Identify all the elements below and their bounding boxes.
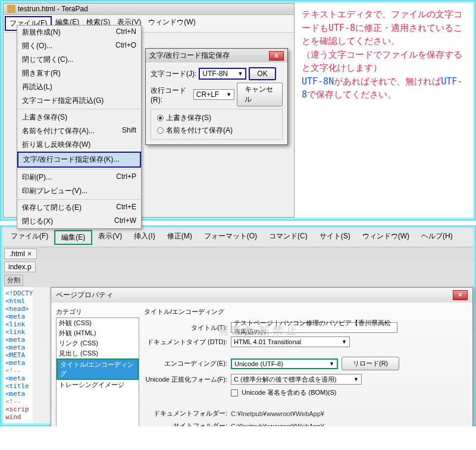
- window-title: testrun.html - TeraPad: [18, 5, 88, 13]
- title-label: タイトル(T):: [144, 323, 227, 332]
- dw-menu-item[interactable]: ヘルプ(H): [415, 230, 459, 245]
- pp-title-text: ページプロパティ: [56, 290, 113, 300]
- dialog-titlebar: 文字/改行コード指定保存 ×: [146, 49, 287, 62]
- dw-menu-item[interactable]: サイト(S): [314, 230, 356, 245]
- menu-item[interactable]: 折り返し反映保存(W): [17, 138, 141, 152]
- dtd-label: ドキュメントタイプ (DTD):: [144, 338, 227, 347]
- pp-section-title: タイトル/エンコーディング: [144, 307, 468, 316]
- title-input[interactable]: テストページ｜パソコン修理のパソピア【香川県高松市周辺のお: [231, 322, 397, 333]
- charcode-value: UTF-8N: [202, 70, 228, 78]
- menu-item[interactable]: 閉じて開く(C)...: [17, 53, 141, 67]
- category-item[interactable]: 外観 (CSS): [57, 318, 139, 328]
- close-icon[interactable]: ×: [269, 51, 284, 61]
- menu-item[interactable]: 開き直す(R): [17, 67, 141, 80]
- category-list: 外観 (CSS)外観 (HTML)リンク (CSS)見出し (CSS)タイトル/…: [56, 317, 139, 426]
- tab-html[interactable]: .html ×: [4, 248, 37, 259]
- norm-label: Unicode 正規化フォーム(F):: [144, 375, 227, 384]
- menu-item[interactable]: 新規作成(N)Ctrl+N: [17, 26, 141, 39]
- newline-label: 改行コード(R):: [151, 86, 191, 104]
- split-button[interactable]: 分割: [4, 275, 23, 286]
- docfolder-value: C:¥Inetpub¥wwwroot¥WebApp¥: [231, 410, 324, 417]
- bom-label: Unicode 署名を含める (BOM)(S): [242, 388, 337, 397]
- charcode-select[interactable]: UTF-8N ▼: [199, 68, 246, 80]
- dw-menu-item[interactable]: 編集(E): [54, 230, 92, 245]
- encoding-select[interactable]: Unicode (UTF-8) ▼: [231, 358, 338, 369]
- chevron-down-icon: ▼: [353, 376, 359, 382]
- dw-menu-item[interactable]: 挿入(I): [128, 230, 161, 245]
- bom-checkbox[interactable]: [231, 389, 238, 396]
- close-icon[interactable]: ×: [27, 250, 32, 258]
- chevron-down-icon: ▼: [226, 92, 231, 97]
- menu-item[interactable]: 印刷プレビュー(V)...: [17, 184, 141, 198]
- app-icon: [7, 5, 15, 13]
- charcode-label: 文字コード(J):: [151, 69, 196, 79]
- sitefolder-label: サイトフォルダー:: [144, 421, 227, 426]
- menu-item[interactable]: 保存して閉じる(E)Ctrl+E: [17, 201, 141, 215]
- category-item[interactable]: リンク (CSS): [57, 338, 139, 348]
- menu-window[interactable]: ウィンドウ(W): [145, 16, 199, 31]
- pp-titlebar: ページプロパティ ×: [51, 288, 472, 303]
- menu-item[interactable]: 閉じる(X)Ctrl+W: [17, 215, 141, 228]
- dw-tabs: .html ×: [3, 247, 473, 260]
- dw-toolbar: コード index.p: [3, 260, 473, 273]
- dreamweaver-window: ファイル(F)編集(E)表示(V)挿入(I)修正(M)フォーマット(O)コマンド…: [3, 228, 473, 423]
- terapad-window: testrun.html - TeraPad ファイル(F) 編集(E) 検索(…: [3, 3, 295, 218]
- dw-menu-item[interactable]: 表示(V): [92, 230, 128, 245]
- category-item[interactable]: 外観 (HTML): [57, 328, 139, 338]
- tab-index[interactable]: index.p: [4, 262, 36, 272]
- chevron-down-icon: ▼: [237, 71, 243, 77]
- dw-menu-item[interactable]: フォーマット(O): [198, 230, 263, 245]
- cancel-button[interactable]: キャンセル: [237, 83, 283, 106]
- menu-item[interactable]: 開く(O)...Ctrl+O: [17, 39, 141, 53]
- dw-menu-item[interactable]: コマンド(C): [263, 230, 314, 245]
- category-item[interactable]: 見出し (CSS): [57, 348, 139, 358]
- dw-menu-item[interactable]: 修正(M): [161, 230, 198, 245]
- dialog-title-text: 文字/改行コード指定保存: [149, 51, 230, 61]
- page-properties-dialog: ページプロパティ × 無 断 転 載 禁 止 カテゴリ 外観 (CSS)外観 (…: [51, 287, 473, 426]
- close-icon[interactable]: ×: [453, 290, 468, 300]
- menu-item[interactable]: 再読込(L): [17, 80, 141, 94]
- radio-saveas[interactable]: 名前を付けて保存(A): [154, 124, 280, 137]
- category-item[interactable]: タイトル/エンコーディング: [57, 358, 139, 380]
- chevron-down-icon: ▼: [342, 339, 347, 345]
- reload-button[interactable]: リロード(R): [342, 357, 399, 370]
- radio-overwrite[interactable]: 上書き保存(S): [154, 112, 280, 124]
- dw-menu-item[interactable]: ファイル(F): [5, 230, 54, 245]
- norm-select[interactable]: C (標準分解の後で標準合成を適用) ▼: [231, 374, 362, 385]
- code-panel: <!DOCTY<html<head><meta<link<link<meta<m…: [3, 287, 33, 423]
- menu-item[interactable]: 文字/改行コード指定保存(K)...: [17, 152, 141, 168]
- ok-button[interactable]: OK: [249, 67, 275, 80]
- instruction-text: テキストエディタで、ファイルの文字コードもUTF-8に修正・適用されていることを…: [295, 3, 473, 218]
- menu-item[interactable]: 名前を付けて保存(A)...Shift: [17, 124, 141, 138]
- file-menu-dropdown: 新規作成(N)Ctrl+N開く(O)...Ctrl+O閉じて開く(C)...開き…: [17, 25, 142, 229]
- menu-item[interactable]: 印刷(P)...Ctrl+P: [17, 171, 141, 184]
- dw-menu-item[interactable]: ウィンドウ(W): [356, 230, 415, 245]
- encoding-label: エンコーディング(E):: [144, 359, 227, 368]
- menu-item[interactable]: 上書き保存(S): [17, 111, 141, 124]
- radio-icon: [157, 127, 164, 134]
- docfolder-label: ドキュメントフォルダー:: [144, 409, 227, 418]
- menu-item[interactable]: 文字コード指定再読込(G): [17, 94, 141, 108]
- dw-menubar: ファイル(F)編集(E)表示(V)挿入(I)修正(M)フォーマット(O)コマンド…: [3, 228, 473, 247]
- titlebar: testrun.html - TeraPad: [4, 4, 294, 15]
- dtd-select[interactable]: HTML 4.01 Transitional ▼: [231, 336, 350, 347]
- category-label: カテゴリ: [56, 307, 139, 316]
- newline-value: CR+LF: [196, 90, 219, 99]
- sitefolder-value: C:¥Inetpub¥wwwroot¥WebApp¥: [231, 423, 324, 427]
- chevron-down-icon: ▼: [329, 361, 334, 367]
- category-item[interactable]: トレーシングイメージ: [57, 380, 139, 390]
- radio-icon: [157, 115, 164, 121]
- newline-select[interactable]: CR+LF ▼: [193, 89, 234, 100]
- save-encoding-dialog: 文字/改行コード指定保存 × 文字コード(J): UTF-8N ▼ OK 改行コ…: [145, 48, 288, 145]
